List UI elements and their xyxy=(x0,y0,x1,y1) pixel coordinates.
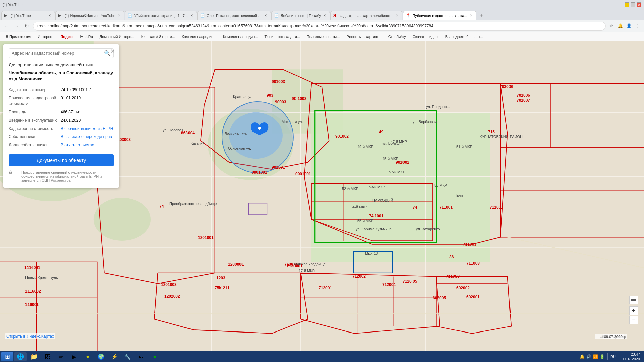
tab-potapov[interactable]: 📄 Олег Потапов, застреливший х... ✕ xyxy=(197,11,271,20)
tab-label-3: Убийство хаки, страница 1 | 7... xyxy=(134,14,188,18)
taskbar-pictures[interactable]: 🖼 xyxy=(41,352,54,361)
tab-close-7[interactable]: ✕ xyxy=(469,13,473,18)
toolbar-icons: ☆ 🔔 👤 ⋮ xyxy=(608,22,641,30)
search-bar[interactable]: 🔍 xyxy=(9,48,114,58)
tab-youtube[interactable]: ▶ (1) YouTube ✕ xyxy=(1,11,55,20)
tray-notification[interactable]: 🔔 xyxy=(579,354,585,359)
taskbar-browser[interactable]: 🌍 xyxy=(95,352,107,361)
minimize-button[interactable]: − xyxy=(625,2,629,7)
bookmark-home-internet[interactable]: Домашний Интерн... xyxy=(97,33,137,40)
panel-address: Челябинская область, р-н Сосновский, к з… xyxy=(9,70,114,82)
bookmark-aero2[interactable]: Комплект аэродин... xyxy=(220,33,260,40)
tabs-bar: ▶ (1) YouTube ✕ ▶ (1) Идеями&Иджин - You… xyxy=(0,9,644,20)
taskbar-flash[interactable]: ⚡ xyxy=(108,352,121,361)
bookmark-kinokassa[interactable]: Кинокас # 8 (прем... xyxy=(139,33,178,40)
user-icon[interactable]: 👤 xyxy=(625,22,633,30)
map-container[interactable]: 🔍 ✕ Для организации выпаса домашней птиц… xyxy=(0,41,644,351)
tab-pikabu[interactable]: 📄 Добавить пост | Пикабу ✕ xyxy=(271,11,330,20)
tab-label-1: (1) YouTube xyxy=(11,14,46,18)
tab-favicon-5: 📄 xyxy=(274,13,279,18)
svg-rect-40 xyxy=(631,299,636,300)
reload-button[interactable]: ↻ xyxy=(23,22,31,30)
bookmark-download[interactable]: Скачать видео! xyxy=(410,33,441,40)
tab-cadastral-map[interactable]: Я кадастровая карта челябинск... ✕ xyxy=(330,11,402,20)
taskbar-app1[interactable]: ● xyxy=(81,352,94,361)
back-button[interactable]: ← xyxy=(3,22,11,30)
window-controls[interactable]: − □ ✕ xyxy=(625,2,641,7)
zoom-in-button[interactable]: + xyxy=(629,306,638,315)
bookmark-apps[interactable]: ⊞ Приложения xyxy=(3,33,34,40)
bookmark-free[interactable]: Вы подаете бесплат... xyxy=(443,33,486,40)
tab-label-7: Публичная кадастровая карта... xyxy=(412,14,467,18)
taskbar-explorer[interactable]: 📁 xyxy=(28,352,40,361)
bookmark-tips[interactable]: Полезные советы... xyxy=(304,33,343,40)
cadastral-number-row: Кадастровый номер 74:19:0901001:7 xyxy=(9,87,114,93)
bookmark-scrabi[interactable]: Скраби!ру xyxy=(386,33,409,40)
bookmark-internet[interactable]: Интернет xyxy=(35,33,56,40)
tray-volume[interactable]: 🔊 xyxy=(586,354,591,359)
cadastral-cost-link[interactable]: В срочной выписке из ЕГРН xyxy=(61,126,113,132)
bookmark-recipes[interactable]: Рецепты в картинк... xyxy=(344,33,384,40)
tab-label-2: (1) Идеями&Иджин - YouTube xyxy=(65,14,115,18)
bookmark-mailru[interactable]: Mail.Ru xyxy=(78,33,96,40)
new-tab-button[interactable]: + xyxy=(477,11,486,20)
footer-text: Предоставление сведений о недвижимости о… xyxy=(21,170,114,182)
cadastral-number-label: Кадастровый номер xyxy=(9,87,61,93)
tab-label-5: Добавить пост | Пикабу xyxy=(281,14,321,18)
close-button[interactable]: ✕ xyxy=(637,2,641,7)
taskbar-edit[interactable]: ✏ xyxy=(54,352,67,361)
tab-close-2[interactable]: ✕ xyxy=(117,13,121,18)
bookmark-yandex[interactable]: Яндекс xyxy=(58,33,76,40)
bookmark-tuning[interactable]: Тюнинг оптика для... xyxy=(262,33,303,40)
settings-icon[interactable]: ⋮ xyxy=(634,22,641,30)
cadastral-cost-label: Кадастровая стоимость xyxy=(9,126,61,132)
open-yandex-link[interactable]: Открыть в Яндекс.Картах xyxy=(5,333,55,339)
bookmark-aero1[interactable]: Комплект аэродин... xyxy=(179,33,219,40)
rosreestr-icon: 🏛 xyxy=(9,170,19,174)
owners-row: Собственники В выписке о переходе прав xyxy=(9,134,114,140)
tray-language[interactable]: RU xyxy=(610,355,616,359)
tab-close-3[interactable]: ✕ xyxy=(189,13,194,18)
tray-battery[interactable]: 🔋 xyxy=(599,354,605,359)
taskbar-tray: 🔔 🔊 📶 🔋 RU 23:47 09.07.2020 xyxy=(577,352,643,362)
svg-point-34 xyxy=(258,127,261,130)
tray-datetime[interactable]: 23:47 09.07.2020 xyxy=(622,352,640,362)
start-button[interactable]: ⊞ xyxy=(1,352,13,361)
taskbar-ie[interactable]: 🌐 xyxy=(14,352,27,361)
tab-close-6[interactable]: ✕ xyxy=(395,13,399,18)
taskbar-green[interactable]: ● xyxy=(148,352,161,361)
tab-label-4: Олег Потапов, застреливший х... xyxy=(207,14,262,18)
forward-button[interactable]: → xyxy=(13,22,21,30)
owners-label: Собственники xyxy=(9,134,61,140)
bookmark-icon[interactable]: ☆ xyxy=(608,22,615,30)
cadastral-date-label: Присвоение кадастровой стоимости xyxy=(9,95,61,107)
maximize-button[interactable]: □ xyxy=(631,2,635,7)
tab-idzhiin[interactable]: ▶ (1) Идеями&Иджин - YouTube ✕ xyxy=(55,11,124,20)
url-bar[interactable]: rreestr.online/map/?utm_source=direct-ka… xyxy=(33,22,606,31)
url-text: rreestr.online/map/?utm_source=direct-ka… xyxy=(37,24,433,28)
tab-close-5[interactable]: ✕ xyxy=(322,13,327,18)
tab-close-1[interactable]: ✕ xyxy=(47,13,52,18)
map-date: 09.07.2020 xyxy=(603,334,624,339)
owners-link[interactable]: В выписке о переходе прав xyxy=(61,134,112,140)
debts-link[interactable]: В отчете о рисках xyxy=(61,142,94,148)
taskbar-play[interactable]: ▶ xyxy=(68,352,80,361)
tab-favicon-6: Я xyxy=(333,13,338,18)
tab-close-4[interactable]: ✕ xyxy=(263,13,268,18)
taskbar-files[interactable]: 🗂 xyxy=(135,352,148,361)
area-row: Площадь 466 871 м² xyxy=(9,109,114,115)
alert-icon[interactable]: 🔔 xyxy=(616,22,624,30)
info-panel: 🔍 ✕ Для организации выпаса домашней птиц… xyxy=(3,44,119,188)
tray-network[interactable]: 📶 xyxy=(593,354,598,359)
taskbar-tools[interactable]: 🔧 xyxy=(121,352,134,361)
tab-favicon-7: 📍 xyxy=(406,13,411,18)
tab-public-cadastral[interactable]: 📍 Публичная кадастровая карта... ✕ xyxy=(403,11,476,20)
zoom-out-button[interactable]: − xyxy=(629,316,638,324)
documents-button[interactable]: Документы по объекту xyxy=(9,154,114,166)
tray-time: 23:47 xyxy=(622,352,640,357)
search-input[interactable] xyxy=(12,51,101,56)
close-panel-button[interactable]: ✕ xyxy=(109,48,116,54)
exploitation-label: Введение в эксплуатацию xyxy=(9,118,61,123)
tab-murder[interactable]: 📄 Убийство хаки, страница 1 | 7... ✕ xyxy=(125,11,197,20)
layers-button[interactable] xyxy=(629,296,638,304)
